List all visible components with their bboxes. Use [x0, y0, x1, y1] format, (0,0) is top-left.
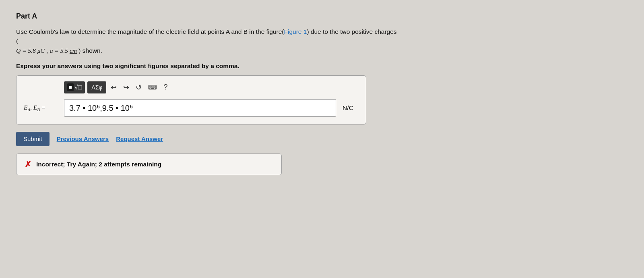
- request-answer-link[interactable]: Request Answer: [116, 135, 163, 142]
- answer-box-container: ■ √□ ΑΣφ ↩ ↪ ↺ ⌨ ? EA, EB = N/C: [16, 75, 366, 124]
- undo-button[interactable]: ↩: [109, 81, 119, 93]
- redo-button[interactable]: ↪: [121, 81, 131, 93]
- help-button[interactable]: ?: [161, 81, 169, 93]
- keyboard-button[interactable]: ⌨: [146, 81, 159, 93]
- figure-link[interactable]: Figure 1: [284, 28, 307, 35]
- question-text: Use Coulomb's law to determine the magni…: [16, 27, 398, 55]
- answer-row: EA, EB = N/C: [24, 99, 359, 117]
- instruction-text: Express your answers using two significa…: [16, 62, 398, 70]
- answer-input[interactable]: [64, 99, 336, 117]
- question-text-part3: Q = 5.8 μC , a = 5.5 cm ) shown.: [16, 47, 102, 54]
- answer-label: EA, EB =: [24, 104, 60, 112]
- feedback-box: ✗ Incorrect; Try Again; 2 attempts remai…: [16, 154, 282, 175]
- submit-button[interactable]: Submit: [16, 132, 50, 146]
- math-input-button[interactable]: ■ √□: [64, 81, 85, 93]
- previous-answers-link[interactable]: Previous Answers: [57, 135, 109, 142]
- toolbar: ■ √□ ΑΣφ ↩ ↪ ↺ ⌨ ?: [24, 81, 359, 93]
- feedback-icon: ✗: [25, 160, 31, 169]
- feedback-text: Incorrect; Try Again; 2 attempts remaini…: [36, 161, 161, 168]
- question-text-part1: Use Coulomb's law to determine the magni…: [16, 28, 284, 35]
- part-label: Part A: [16, 12, 398, 21]
- reset-button[interactable]: ↺: [134, 81, 144, 93]
- action-row: Submit Previous Answers Request Answer: [16, 132, 398, 146]
- unit-label: N/C: [343, 104, 359, 112]
- greek-symbols-button[interactable]: ΑΣφ: [87, 81, 106, 93]
- radical-symbol: √□: [74, 84, 82, 91]
